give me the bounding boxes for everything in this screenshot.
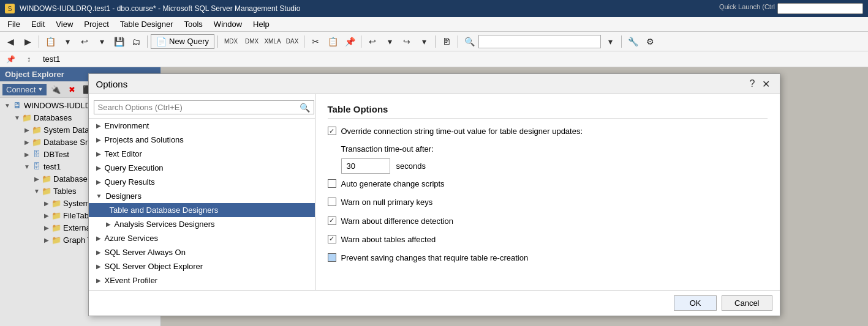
prevent-saving-checkbox[interactable] bbox=[328, 253, 336, 262]
nav-table-db-designers[interactable]: Table and Database Designers bbox=[89, 203, 315, 217]
query-exec-arrow-icon: ▶ bbox=[96, 165, 101, 171]
toolbar-btn-3[interactable]: ↩ bbox=[77, 34, 92, 49]
help-button[interactable]: ? bbox=[750, 78, 755, 89]
toolbar-btn-1[interactable]: 📋 bbox=[42, 34, 58, 49]
menu-bar: File Edit View Project Table Designer To… bbox=[0, 17, 868, 32]
analysis-arrow-icon: ▶ bbox=[106, 221, 111, 228]
sep8 bbox=[621, 35, 622, 48]
nav-projects-solutions[interactable]: ▶ Projects and Solutions bbox=[89, 133, 315, 147]
paste-button[interactable]: 📌 bbox=[342, 34, 358, 49]
nav-query-results[interactable]: ▶ Query Results bbox=[89, 175, 315, 189]
quick-launch-label: Quick Launch (Ctrl bbox=[719, 3, 775, 14]
search-go[interactable]: ▾ bbox=[602, 34, 618, 49]
timeout-row: seconds bbox=[341, 158, 768, 174]
warn-tables-label: Warn about tables affected bbox=[341, 234, 436, 245]
azure-arrow-icon: ▶ bbox=[96, 235, 101, 242]
search-toolbar-input[interactable] bbox=[478, 35, 601, 48]
undo-dropdown[interactable]: ▾ bbox=[382, 34, 398, 49]
modal-footer: OK Cancel bbox=[89, 290, 780, 316]
nav-projects-label: Projects and Solutions bbox=[105, 135, 184, 144]
new-query-label: New Query bbox=[169, 37, 209, 46]
save-button[interactable]: 💾 bbox=[111, 34, 127, 49]
timeout-input[interactable] bbox=[341, 158, 390, 174]
cancel-button[interactable]: Cancel bbox=[722, 295, 772, 311]
redo-dropdown[interactable]: ▾ bbox=[416, 34, 432, 49]
nav-designers[interactable]: ▼ Designers bbox=[89, 189, 315, 203]
move-btn[interactable]: ↕ bbox=[21, 52, 37, 67]
save-all-button[interactable]: 🗂 bbox=[128, 34, 144, 49]
menu-view[interactable]: View bbox=[51, 18, 78, 30]
menu-window[interactable]: Window bbox=[209, 18, 247, 30]
nav-text-editor-label: Text Editor bbox=[105, 149, 142, 158]
override-connection-checkbox[interactable] bbox=[328, 127, 336, 135]
warn-difference-checkbox[interactable] bbox=[328, 217, 336, 225]
new-query-button[interactable]: 📄 New Query bbox=[151, 34, 214, 49]
debug-button[interactable]: 🖹 bbox=[439, 34, 455, 49]
nav-azure-label: Azure Services bbox=[105, 234, 158, 243]
sep6 bbox=[435, 35, 436, 48]
nav-sql-object-explorer[interactable]: ▶ SQL Server Object Explorer bbox=[89, 259, 315, 273]
menu-tools[interactable]: Tools bbox=[179, 18, 208, 30]
toolbar-mdx[interactable]: MDX bbox=[221, 34, 241, 49]
projects-arrow-icon: ▶ bbox=[96, 136, 101, 143]
db-selector-label: test1 bbox=[39, 54, 64, 64]
main-toolbar: ◀ ▶ 📋 ▾ ↩ ▾ 💾 🗂 📄 New Query MDX DMX XMLA… bbox=[0, 32, 868, 51]
options-content: Table Options Override connection string… bbox=[315, 94, 780, 290]
cut-button[interactable]: ✂ bbox=[308, 34, 323, 49]
modal-controls: ? ✕ bbox=[750, 78, 772, 90]
redo-button[interactable]: ↪ bbox=[399, 34, 415, 49]
sep4 bbox=[304, 35, 304, 48]
modal-body: 🔍 ▶ Environment ▶ Projects and Solutions… bbox=[89, 94, 780, 290]
quick-launch-input[interactable] bbox=[777, 3, 863, 14]
nav-environment[interactable]: ▶ Environment bbox=[89, 119, 315, 133]
search-row: 🔍 bbox=[89, 97, 315, 119]
menu-table-designer[interactable]: Table Designer bbox=[115, 18, 178, 30]
nav-azure[interactable]: ▶ Azure Services bbox=[89, 231, 315, 245]
menu-help[interactable]: Help bbox=[248, 18, 274, 30]
warn-tables-checkbox[interactable] bbox=[328, 235, 336, 243]
back-button[interactable]: ◀ bbox=[2, 34, 18, 49]
menu-file[interactable]: File bbox=[2, 18, 25, 30]
toolbar-dax[interactable]: DAX bbox=[284, 34, 301, 49]
toolbar-extra2[interactable]: ⚙ bbox=[642, 34, 658, 49]
nav-designers-label: Designers bbox=[105, 191, 142, 201]
nav-xevent-profiler[interactable]: ▶ XEvent Profiler bbox=[89, 273, 315, 287]
pinned-btn[interactable]: 📌 bbox=[2, 52, 18, 67]
sep7 bbox=[458, 35, 458, 48]
nav-text-editor[interactable]: ▶ Text Editor bbox=[89, 147, 315, 161]
undo-button[interactable]: ↩ bbox=[364, 34, 380, 49]
sep3 bbox=[217, 35, 218, 48]
options-search-input[interactable] bbox=[94, 100, 314, 114]
search-button[interactable]: 🔍 bbox=[461, 34, 477, 49]
auto-generate-checkbox[interactable] bbox=[328, 179, 336, 188]
toolbar-dmx[interactable]: DMX bbox=[242, 34, 262, 49]
app-icon: S bbox=[5, 4, 15, 13]
nav-query-execution[interactable]: ▶ Query Execution bbox=[89, 161, 315, 175]
sep5 bbox=[361, 35, 361, 48]
warn-null-keys-checkbox[interactable] bbox=[328, 198, 336, 206]
menu-edit[interactable]: Edit bbox=[26, 18, 50, 30]
toolbar-extra1[interactable]: 🔧 bbox=[625, 34, 641, 49]
ok-button[interactable]: OK bbox=[674, 295, 717, 311]
sep2 bbox=[147, 35, 148, 48]
query-results-arrow-icon: ▶ bbox=[96, 179, 101, 185]
nav-analysis-services[interactable]: ▶ Analysis Services Designers bbox=[89, 217, 315, 231]
xevent-arrow-icon: ▶ bbox=[96, 277, 101, 284]
copy-button[interactable]: 📋 bbox=[325, 34, 341, 49]
title-bar-left: S WINDOWS-IUDLDRQ.test1 - dbo.course* - … bbox=[5, 4, 300, 13]
toolbar-btn-2[interactable]: ▾ bbox=[59, 34, 75, 49]
transaction-timeout-label: Transaction time-out after: bbox=[341, 144, 768, 154]
nav-query-results-label: Query Results bbox=[105, 177, 155, 187]
menu-project[interactable]: Project bbox=[79, 18, 113, 30]
sep1 bbox=[39, 35, 39, 48]
nav-analysis-services-label: Analysis Services Designers bbox=[115, 220, 215, 229]
nav-sql-always-on[interactable]: ▶ SQL Server Always On bbox=[89, 245, 315, 259]
toolbar-btn-4[interactable]: ▾ bbox=[94, 34, 110, 49]
title-bar: S WINDOWS-IUDLDRQ.test1 - dbo.course* - … bbox=[0, 0, 868, 17]
forward-button[interactable]: ▶ bbox=[20, 34, 36, 49]
timeout-suffix: seconds bbox=[396, 161, 426, 171]
close-button[interactable]: ✕ bbox=[760, 78, 772, 90]
toolbar-xmla[interactable]: XMLA bbox=[263, 34, 282, 49]
always-on-arrow-icon: ▶ bbox=[96, 249, 101, 256]
options-dialog: Options ? ✕ 🔍 ▶ bbox=[88, 73, 780, 316]
